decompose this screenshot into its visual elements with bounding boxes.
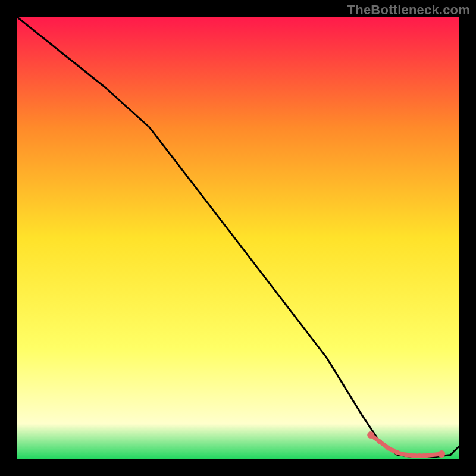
- marker-point: [417, 453, 422, 458]
- watermark-text: TheBottleneck.com: [347, 2, 470, 18]
- marker-point: [422, 453, 427, 458]
- marker-point: [377, 439, 382, 444]
- marker-point: [390, 448, 395, 453]
- marker-point: [367, 431, 374, 439]
- marker-point: [395, 450, 400, 455]
- marker-point: [386, 446, 391, 450]
- chart-svg: [17, 17, 459, 459]
- marker-point: [404, 453, 409, 458]
- chart-stage: TheBottleneck.com: [0, 0, 476, 476]
- marker-point: [438, 450, 445, 458]
- gradient-background: [17, 17, 459, 459]
- plot-area: [17, 17, 459, 459]
- marker-point: [413, 453, 418, 458]
